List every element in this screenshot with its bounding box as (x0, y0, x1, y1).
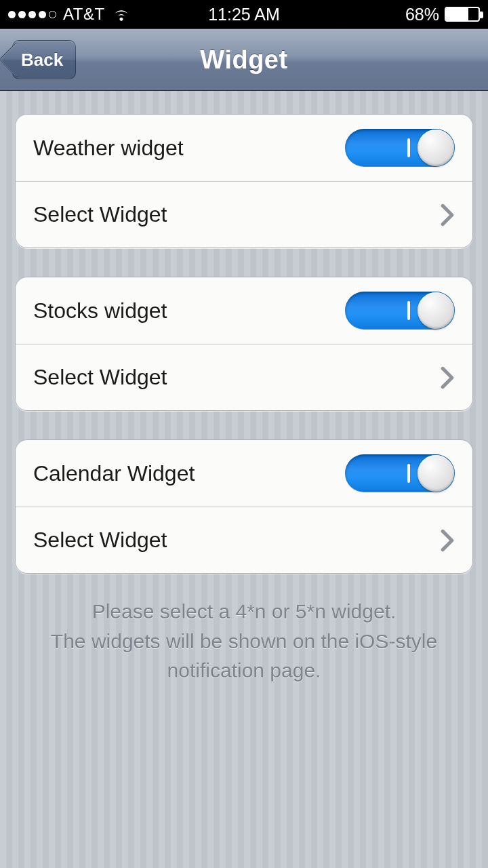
row-label: Select Widget (33, 365, 167, 390)
row-label: Select Widget (33, 202, 167, 227)
weather-select-widget-row[interactable]: Select Widget (16, 181, 472, 248)
row-label: Weather widget (33, 136, 184, 161)
row-label: Stocks widget (33, 298, 167, 323)
content-area: Weather widget Select Widget Stocks widg… (0, 91, 488, 868)
nav-bar: Back Widget (0, 28, 488, 91)
page-title: Widget (200, 45, 287, 75)
stocks-widget-toggle-row[interactable]: Stocks widget (16, 277, 472, 344)
status-bar: AT&T 11:25 AM 68% (0, 0, 488, 28)
row-label: Select Widget (33, 528, 167, 553)
back-button-label: Back (21, 50, 63, 71)
settings-group-calendar: Calendar Widget Select Widget (15, 439, 473, 574)
footer-note: Please select a 4*n or 5*n widget.The wi… (15, 597, 473, 686)
calendar-widget-toggle-row[interactable]: Calendar Widget (16, 440, 472, 507)
toggle-switch[interactable] (345, 129, 455, 167)
toggle-switch[interactable] (345, 454, 455, 492)
chevron-right-icon (440, 203, 455, 226)
chevron-right-icon (440, 529, 455, 552)
settings-group-weather: Weather widget Select Widget (15, 114, 473, 248)
back-button[interactable]: Back (12, 40, 76, 79)
calendar-select-widget-row[interactable]: Select Widget (16, 507, 472, 573)
clock-label: 11:25 AM (0, 5, 488, 24)
chevron-right-icon (440, 366, 455, 389)
weather-widget-toggle-row[interactable]: Weather widget (16, 115, 472, 181)
row-label: Calendar Widget (33, 461, 195, 486)
toggle-switch[interactable] (345, 292, 455, 330)
settings-group-stocks: Stocks widget Select Widget (15, 277, 473, 411)
stocks-select-widget-row[interactable]: Select Widget (16, 344, 472, 410)
battery-icon (445, 7, 480, 22)
